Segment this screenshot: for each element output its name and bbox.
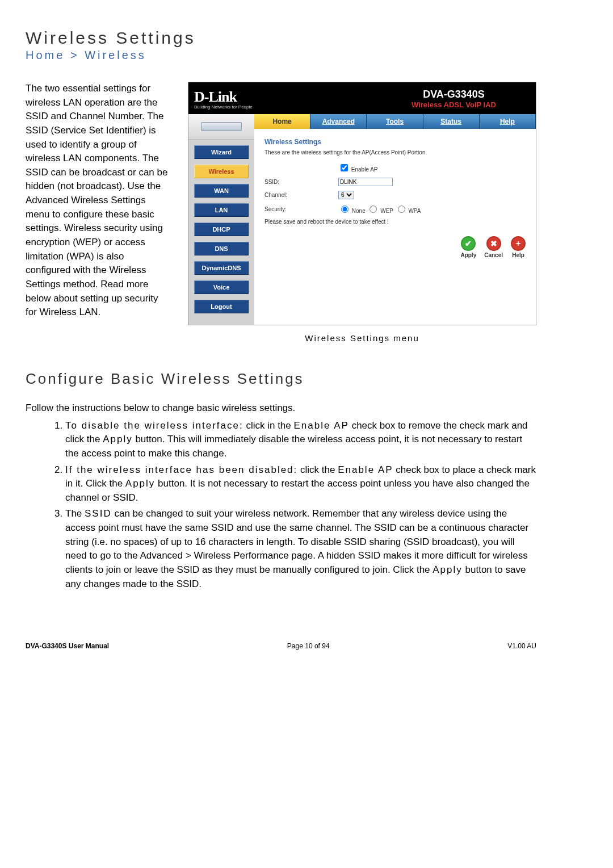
step-2: If the wireless interface has been disab… xyxy=(65,463,536,505)
enable-ap-label: Enable AP xyxy=(351,166,378,173)
instructions-lead: Follow the instructions below to change … xyxy=(26,401,536,416)
sidebar-item-voice[interactable]: Voice xyxy=(194,280,249,294)
help-label: Help xyxy=(512,252,524,258)
security-radio-wep[interactable] xyxy=(370,206,377,213)
ssid-input[interactable] xyxy=(338,178,393,186)
breadcrumb: Home > Wireless xyxy=(26,49,536,62)
sidebar-item-wireless[interactable]: Wireless xyxy=(194,165,249,178)
sidebar-item-wizard[interactable]: Wizard xyxy=(194,145,249,159)
page-footer: DVA-G3340S User Manual Page 10 of 94 V1.… xyxy=(26,642,536,650)
footer-center: Page 10 of 94 xyxy=(287,642,330,650)
ssid-label: SSID: xyxy=(264,179,338,185)
sidebar-item-dhcp[interactable]: DHCP xyxy=(194,223,249,236)
cancel-label: Cancel xyxy=(484,252,503,258)
model-subtitle: Wireless ADSL VoIP IAD xyxy=(412,100,496,109)
tab-tools[interactable]: Tools xyxy=(367,114,423,129)
channel-label: Channel: xyxy=(264,192,338,198)
panel-description: These are the wireless settings for the … xyxy=(264,149,526,156)
enable-ap-checkbox[interactable] xyxy=(341,164,348,171)
apply-label: Apply xyxy=(460,252,476,258)
router-screenshot: D-Link Building Networks for People DVA-… xyxy=(188,82,536,325)
channel-select[interactable]: 6 xyxy=(338,191,354,199)
security-label: Security: xyxy=(264,206,338,212)
screenshot-caption: Wireless Settings menu xyxy=(188,333,536,343)
x-icon: ✖ xyxy=(486,236,501,251)
sidebar: Wizard Wireless WAN LAN DHCP DNS Dynamic… xyxy=(188,114,254,325)
step-3: The SSID can be changed to suit your wir… xyxy=(65,507,536,591)
apply-button[interactable]: ✔Apply xyxy=(460,236,476,258)
brand-logo: D-Link xyxy=(194,89,253,106)
security-option-wpa: WPA xyxy=(408,208,421,214)
security-radio-none[interactable] xyxy=(341,206,349,213)
sidebar-item-dns[interactable]: DNS xyxy=(194,242,249,255)
reboot-note: Please save and reboot the device to tak… xyxy=(264,219,526,225)
cancel-button[interactable]: ✖Cancel xyxy=(484,236,503,258)
footer-left: DVA-G3340S User Manual xyxy=(26,642,109,650)
device-image xyxy=(188,114,254,140)
model-name: DVA-G3340S xyxy=(412,89,496,100)
tab-help[interactable]: Help xyxy=(480,114,536,129)
security-option-wep: WEP xyxy=(380,208,393,214)
footer-right: V1.00 AU xyxy=(507,642,536,650)
help-button[interactable]: ＋Help xyxy=(511,236,526,258)
sidebar-item-dynamicdns[interactable]: DynamicDNS xyxy=(194,261,249,275)
panel-title: Wireless Settings xyxy=(264,138,526,146)
brand-tagline: Building Networks for People xyxy=(194,104,253,110)
step-1: To disable the wireless interface: click… xyxy=(65,419,536,461)
sidebar-item-wan[interactable]: WAN xyxy=(194,184,249,198)
section-heading: Configure Basic Wireless Settings xyxy=(26,370,536,388)
sidebar-item-logout[interactable]: Logout xyxy=(194,300,249,313)
security-radio-wpa[interactable] xyxy=(398,206,405,213)
page-title: Wireless Settings xyxy=(26,28,536,48)
tab-advanced[interactable]: Advanced xyxy=(310,114,367,129)
sidebar-item-lan[interactable]: LAN xyxy=(194,203,249,217)
intro-paragraph: The two essential settings for wireless … xyxy=(26,82,171,320)
tab-home[interactable]: Home xyxy=(254,114,310,129)
plus-icon: ＋ xyxy=(511,236,526,251)
tab-status[interactable]: Status xyxy=(423,114,480,129)
check-icon: ✔ xyxy=(461,236,476,251)
security-option-none: None xyxy=(352,208,366,214)
